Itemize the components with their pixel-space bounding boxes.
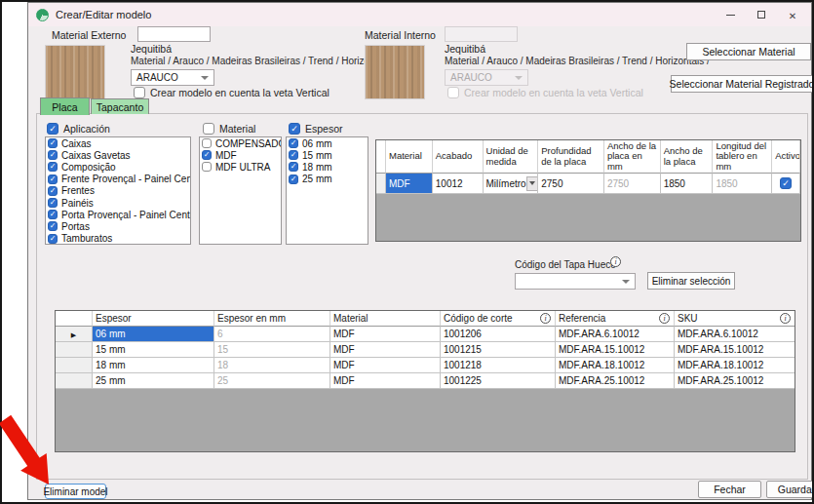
list-item[interactable]: 06 mm xyxy=(287,137,368,149)
codes-table-row[interactable]: 25 mm25MDF1001225MDF.ARA.25.10012MDF.ARA… xyxy=(56,373,795,389)
referencia-cell[interactable]: MDF.ARA.6.10012 xyxy=(556,327,675,342)
material-interno-swatch[interactable] xyxy=(365,45,425,99)
checkbox-icon[interactable] xyxy=(48,210,58,219)
checkbox-icon[interactable] xyxy=(48,150,58,160)
checkbox-icon[interactable] xyxy=(289,162,298,172)
filter-listbox-2[interactable]: 06 mm15 mm18 mm25 mm xyxy=(286,136,368,245)
board-table-row[interactable]: MDF10012Milímetro2750275018501850 xyxy=(376,174,800,194)
filter-listbox-0[interactable]: CaixasCaixas GavetasComposiçãoFrente Pro… xyxy=(45,136,191,245)
close-icon xyxy=(789,6,796,23)
checkbox-icon[interactable] xyxy=(202,150,212,160)
material-externo-code-input[interactable] xyxy=(137,26,211,42)
checkbox-icon[interactable] xyxy=(289,123,300,135)
filter-header-label: Material xyxy=(219,123,255,135)
unidad-medida-cell[interactable]: Milímetro xyxy=(484,174,539,194)
material-cell[interactable]: MDF xyxy=(330,358,441,373)
dropdown-button[interactable] xyxy=(526,176,539,191)
tab-tapacanto[interactable]: Tapacanto xyxy=(91,98,149,114)
checkbox-icon[interactable] xyxy=(780,177,792,189)
info-icon[interactable] xyxy=(780,313,791,324)
checkbox-icon[interactable] xyxy=(202,138,212,148)
checkbox-icon[interactable] xyxy=(289,138,298,148)
codigo-corte-cell[interactable]: 1001225 xyxy=(441,373,556,389)
tapa-hueco-combobox[interactable] xyxy=(515,273,636,290)
column-header: Espesor en mm xyxy=(214,311,330,327)
checkbox-icon[interactable] xyxy=(48,174,58,184)
list-item[interactable]: 18 mm xyxy=(287,161,368,173)
checkbox-icon[interactable] xyxy=(202,162,212,172)
codes-table-row[interactable]: 18 mm18MDF1001218MDF.ARA.18.10012MDF.ARA… xyxy=(56,358,795,373)
espesor-cell[interactable]: 15 mm xyxy=(93,342,214,358)
filter-listbox-1[interactable]: COMPENSADOMDFMDF ULTRA xyxy=(199,136,282,245)
checkbox-icon[interactable] xyxy=(134,87,145,98)
seleccionar-material-registrado-button[interactable]: Seleccionar Material Registrado xyxy=(671,75,813,93)
list-item[interactable]: COMPENSADO xyxy=(200,137,281,149)
sku-cell[interactable]: MDF.ARA.25.10012 xyxy=(675,373,795,389)
material-interno-path: Material / Arauco / Madeiras Brasileiras… xyxy=(445,56,710,66)
sku-cell[interactable]: MDF.ARA.6.10012 xyxy=(675,327,795,342)
material-cell[interactable]: MDF xyxy=(330,327,441,342)
close-button[interactable] xyxy=(782,6,803,23)
material-externo-brand-combobox[interactable]: ARAUCO xyxy=(131,69,214,86)
info-icon[interactable] xyxy=(540,313,551,324)
minimize-button[interactable] xyxy=(719,6,741,23)
list-item[interactable]: Composição xyxy=(46,161,190,173)
material-interno-code-input xyxy=(445,26,518,42)
list-item[interactable]: Portas xyxy=(46,220,190,232)
profundidad-cell[interactable]: 2750 xyxy=(538,174,604,194)
activo-cell[interactable] xyxy=(772,174,800,194)
espesor-cell[interactable]: 18 mm xyxy=(93,358,214,373)
list-item[interactable]: Frentes xyxy=(46,185,190,197)
guardar-button[interactable]: Guardar xyxy=(766,481,814,498)
codigo-corte-cell[interactable]: 1001206 xyxy=(441,327,556,342)
espesor-cell[interactable]: 06 mm xyxy=(93,327,214,342)
ancho-cell[interactable]: 1850 xyxy=(661,174,714,194)
referencia-cell[interactable]: MDF.ARA.25.10012 xyxy=(556,373,675,389)
list-item[interactable]: Caixas xyxy=(46,137,190,149)
checkbox-icon[interactable] xyxy=(48,221,58,231)
espesor-cell[interactable]: 25 mm xyxy=(93,373,214,389)
referencia-cell[interactable]: MDF.ARA.15.10012 xyxy=(556,342,675,358)
checkbox-icon[interactable] xyxy=(289,174,298,184)
list-item[interactable]: 25 mm xyxy=(287,174,368,185)
checkbox-icon[interactable] xyxy=(289,150,298,160)
codigo-corte-cell[interactable]: 1001215 xyxy=(441,342,556,358)
eliminar-seleccion-button[interactable]: Eliminar selección xyxy=(647,272,735,290)
info-icon[interactable] xyxy=(659,313,670,324)
codes-table-row[interactable]: 15 mm15MDF1001215MDF.ARA.15.10012MDF.ARA… xyxy=(56,342,795,358)
fechar-button[interactable]: Fechar xyxy=(698,481,761,498)
tab-placa[interactable]: Placa xyxy=(40,97,90,115)
row-header-cell xyxy=(56,358,93,373)
vein-vertical-checkbox-row[interactable]: Crear modelo en cuenta la veta Vertical xyxy=(134,87,329,98)
checkbox-icon[interactable] xyxy=(48,234,58,244)
list-item[interactable]: Frente Provençal - Painel Central/Trasei… xyxy=(46,174,190,185)
material-externo-swatch[interactable] xyxy=(45,45,105,99)
checkbox-icon[interactable] xyxy=(47,123,58,135)
list-item[interactable]: MDF ULTRA xyxy=(200,161,281,173)
material-cell[interactable]: MDF xyxy=(330,342,441,358)
checkbox-icon[interactable] xyxy=(48,138,58,148)
codigo-corte-cell[interactable]: 1001218 xyxy=(441,358,556,373)
sku-cell[interactable]: MDF.ARA.15.10012 xyxy=(675,342,795,358)
list-item[interactable]: Caixas Gavetas xyxy=(46,149,190,161)
acabado-cell[interactable]: 10012 xyxy=(433,174,484,194)
referencia-cell[interactable]: MDF.ARA.18.10012 xyxy=(556,358,675,373)
checkbox-icon[interactable] xyxy=(48,186,58,196)
list-item[interactable]: MDF xyxy=(200,149,281,161)
filter-header-1: Material xyxy=(203,123,255,135)
checkbox-icon[interactable] xyxy=(48,162,58,172)
codes-table-row[interactable]: 06 mm6MDF1001206MDF.ARA.6.10012MDF.ARA.6… xyxy=(56,327,795,342)
material-cell[interactable]: MDF xyxy=(386,174,433,194)
checkbox-icon[interactable] xyxy=(203,123,214,135)
seleccionar-material-button[interactable]: Seleccionar Material xyxy=(686,43,811,60)
material-cell[interactable]: MDF xyxy=(330,373,441,389)
checkbox-icon[interactable] xyxy=(48,198,58,208)
list-item[interactable]: Tamburatos xyxy=(46,233,190,245)
list-item[interactable]: Porta Provençal - Painel Central/Traseir… xyxy=(46,209,190,220)
sku-cell[interactable]: MDF.ARA.18.10012 xyxy=(675,358,795,373)
info-icon[interactable] xyxy=(610,256,621,267)
eliminar-model-button[interactable]: Eliminar model xyxy=(45,484,106,499)
list-item[interactable]: Painéis xyxy=(46,197,190,209)
list-item[interactable]: 15 mm xyxy=(287,149,368,161)
maximize-button[interactable] xyxy=(751,6,772,23)
